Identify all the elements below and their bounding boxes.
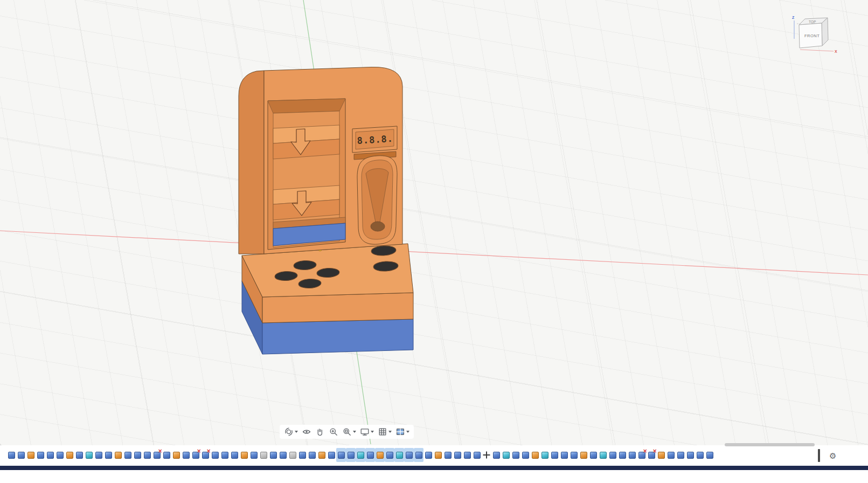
- timeline-item-71[interactable]: [685, 448, 695, 462]
- timeline-item-61[interactable]: [588, 448, 598, 462]
- timeline-item-16[interactable]: [152, 448, 162, 462]
- timeline-item-15[interactable]: [142, 448, 152, 462]
- display-settings-button[interactable]: [358, 426, 376, 438]
- timeline-item-7[interactable]: [65, 448, 74, 462]
- timeline-item-24[interactable]: [230, 448, 239, 462]
- timeline-item-51[interactable]: [491, 448, 501, 462]
- extrude-feature-blue-icon: [221, 452, 228, 459]
- timeline-item-47[interactable]: [453, 448, 462, 462]
- timeline-item-33[interactable]: [317, 448, 327, 462]
- timeline-item-20[interactable]: [191, 448, 200, 462]
- timeline-item-59[interactable]: [569, 448, 579, 462]
- timeline-item-32[interactable]: [307, 448, 317, 462]
- timeline-item-66[interactable]: [637, 448, 647, 462]
- timeline-item-60[interactable]: [579, 448, 588, 462]
- timeline-item-44[interactable]: [423, 448, 433, 462]
- viewports-button[interactable]: [394, 426, 411, 438]
- fit-button[interactable]: [341, 426, 358, 438]
- display-settings-dropdown-caret[interactable]: [371, 431, 374, 433]
- view-cube[interactable]: TOP FRONT Z X: [790, 12, 840, 58]
- timeline-item-62[interactable]: [598, 448, 608, 462]
- look-at-button[interactable]: [300, 426, 313, 438]
- timeline-item-54[interactable]: [520, 448, 530, 462]
- model-body[interactable]: 8.8.8.: [239, 67, 413, 354]
- construction-feature-gray-icon: [289, 452, 296, 459]
- timeline-item-42[interactable]: [404, 448, 414, 462]
- timeline-item-6[interactable]: [55, 448, 65, 462]
- timeline-item-69[interactable]: [666, 448, 676, 462]
- timeline-item-37[interactable]: [356, 448, 365, 462]
- pan-button[interactable]: [314, 426, 327, 438]
- timeline-item-43[interactable]: [414, 448, 423, 462]
- timeline-item-45[interactable]: [433, 448, 443, 462]
- timeline-item-34[interactable]: [327, 448, 336, 462]
- timeline-item-10[interactable]: [94, 448, 103, 462]
- zoom-button[interactable]: [327, 426, 340, 438]
- timeline-item-52[interactable]: [501, 448, 511, 462]
- timeline-item-50[interactable]: [482, 448, 491, 462]
- timeline-item-11[interactable]: [103, 448, 113, 462]
- timeline-item-28[interactable]: [268, 448, 278, 462]
- viewport-3d[interactable]: 8.8.8. TOP FRONT Z X: [0, 0, 868, 445]
- timeline-item-67[interactable]: [647, 448, 656, 462]
- timeline-item-3[interactable]: [26, 448, 36, 462]
- timeline-item-14[interactable]: [133, 448, 142, 462]
- timeline-item-73[interactable]: [705, 448, 714, 462]
- timeline-scrollbar[interactable]: [725, 443, 815, 446]
- timeline-item-56[interactable]: [540, 448, 550, 462]
- bottom-border-bar: [0, 466, 868, 470]
- timeline-item-36[interactable]: [346, 448, 356, 462]
- timeline-item-29[interactable]: [278, 448, 288, 462]
- viewports-dropdown-caret[interactable]: [406, 431, 409, 433]
- timeline-item-2[interactable]: [16, 448, 26, 462]
- timeline-item-17[interactable]: [162, 448, 171, 462]
- timeline-item-41[interactable]: [394, 448, 404, 462]
- timeline-item-21[interactable]: [200, 448, 210, 462]
- timeline-item-58[interactable]: [559, 448, 569, 462]
- timeline-item-55[interactable]: [530, 448, 540, 462]
- fit-dropdown-caret[interactable]: [353, 431, 356, 433]
- timeline-item-19[interactable]: [181, 448, 191, 462]
- timeline-item-53[interactable]: [511, 448, 520, 462]
- viewcube-right-face[interactable]: [822, 18, 828, 46]
- timeline-item-30[interactable]: [288, 448, 297, 462]
- timeline-item-12[interactable]: [113, 448, 123, 462]
- timeline-item-31[interactable]: [297, 448, 307, 462]
- orbit-button[interactable]: [282, 426, 300, 438]
- timeline-item-35[interactable]: [336, 448, 346, 462]
- timeline-item-26[interactable]: [249, 448, 259, 462]
- timeline-item-57[interactable]: [550, 448, 559, 462]
- timeline-item-49[interactable]: [472, 448, 482, 462]
- origin-axes: [0, 0, 868, 444]
- timeline-item-48[interactable]: [462, 448, 472, 462]
- grid-dropdown-caret[interactable]: [388, 431, 392, 433]
- extrude-feature-blue-icon: [425, 452, 432, 459]
- timeline-item-65[interactable]: [627, 448, 637, 462]
- timeline-item-18[interactable]: [171, 448, 181, 462]
- timeline-item-4[interactable]: [36, 448, 45, 462]
- timeline-playhead[interactable]: [818, 449, 820, 462]
- timeline-settings-gear-icon[interactable]: ⚙: [829, 450, 836, 461]
- timeline-item-38[interactable]: [365, 448, 375, 462]
- timeline-item-5[interactable]: [45, 448, 55, 462]
- timeline-item-22[interactable]: [210, 448, 220, 462]
- timeline-item-13[interactable]: [123, 448, 133, 462]
- timeline-item-25[interactable]: [239, 448, 249, 462]
- extrude-feature-blue-icon: [202, 452, 209, 459]
- timeline-item-27[interactable]: [259, 448, 268, 462]
- timeline-item-72[interactable]: [695, 448, 705, 462]
- timeline-item-63[interactable]: [608, 448, 617, 462]
- orbit-dropdown-caret[interactable]: [295, 431, 298, 433]
- timeline-item-40[interactable]: [385, 448, 394, 462]
- timeline-item-23[interactable]: [220, 448, 230, 462]
- timeline-item-46[interactable]: [443, 448, 453, 462]
- timeline-item-70[interactable]: [676, 448, 685, 462]
- extrude-feature-blue-icon: [76, 452, 83, 459]
- timeline-item-64[interactable]: [617, 448, 627, 462]
- grid-and-snaps-button[interactable]: [376, 426, 393, 438]
- timeline-item-9[interactable]: [84, 448, 94, 462]
- timeline-item-8[interactable]: [74, 448, 84, 462]
- timeline-item-1[interactable]: [6, 448, 16, 462]
- timeline-item-68[interactable]: [656, 448, 666, 462]
- timeline-item-39[interactable]: [375, 448, 385, 462]
